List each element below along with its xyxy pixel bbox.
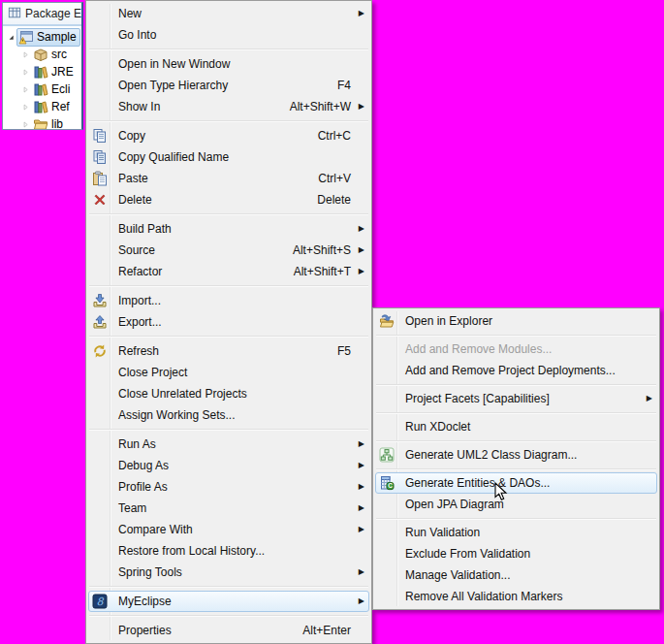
tree-item-lib[interactable]: lib xyxy=(3,115,81,130)
menu-item-restore-from-local-history[interactable]: Restore from Local History... xyxy=(88,540,369,562)
menu-item-label: Open JPA Diagram xyxy=(405,498,504,511)
import-icon xyxy=(92,293,108,308)
tree-item-label: src xyxy=(51,48,67,61)
twist-collapsed-icon[interactable] xyxy=(20,103,31,112)
menu-item-close-project[interactable]: Close Project xyxy=(88,362,369,383)
menu-item-open-in-new-window[interactable]: Open in New Window xyxy=(88,53,369,75)
submenu-arrow-icon: ▶ xyxy=(355,246,364,254)
tree-item-label: JRE xyxy=(51,65,74,79)
copy-qualified-name-icon xyxy=(92,149,108,165)
menu-item-shortcut: F5 xyxy=(337,344,353,358)
menu-item-manage-validation[interactable]: Manage Validation... xyxy=(375,564,657,586)
menu-item-shortcut: Ctrl+V xyxy=(318,172,353,185)
menu-item-team[interactable]: Team▶ xyxy=(88,498,369,519)
menu-separator xyxy=(375,515,657,522)
menu-item-copy[interactable]: CopyCtrl+C xyxy=(88,125,369,146)
tree-item-body: src xyxy=(31,46,71,64)
menu-item-add-and-remove-project-deployments[interactable]: Add and Remove Project Deployments... xyxy=(375,360,657,381)
menu-item-open-type-hierarchy[interactable]: Open Type HierarchyF4 xyxy=(88,75,369,96)
menu-item-paste[interactable]: PasteCtrl+V xyxy=(88,168,369,189)
menu-item-label: Open Type Hierarchy xyxy=(118,79,228,92)
menu-item-refresh[interactable]: RefreshF5 xyxy=(88,340,369,362)
package-explorer-icon xyxy=(8,6,21,22)
menu-item-run-xdoclet[interactable]: Run XDoclet xyxy=(375,416,657,437)
menu-item-label: Paste xyxy=(118,172,148,185)
export-icon xyxy=(92,314,108,330)
submenu-arrow-icon: ▶ xyxy=(355,10,364,17)
submenu-arrow-icon: ▶ xyxy=(643,395,652,402)
menu-separator xyxy=(88,426,369,434)
menu-item-assign-working-sets[interactable]: Assign Working Sets... xyxy=(88,404,369,426)
menu-item-refactor[interactable]: RefactorAlt+Shift+T▶ xyxy=(88,261,369,282)
menu-item-generate-entities-daos[interactable]: CGenerate Entities & DAOs... xyxy=(375,472,657,494)
package-explorer-panel: Package Ex SamplesrcJREEcliReflib xyxy=(2,2,83,130)
menu-item-open-in-explorer[interactable]: Open in Explorer xyxy=(375,310,657,332)
menu-item-label: Show In xyxy=(118,100,160,113)
twist-collapsed-icon[interactable] xyxy=(20,85,31,94)
menu-item-label: Refresh xyxy=(118,344,159,358)
menu-separator xyxy=(375,437,657,444)
menu-item-open-jpa-diagram[interactable]: Open JPA Diagram xyxy=(375,494,657,515)
menu-item-copy-qualified-name[interactable]: Copy Qualified Name xyxy=(88,146,369,168)
menu-separator xyxy=(375,332,657,338)
menu-item-show-in[interactable]: Show InAlt+Shift+W▶ xyxy=(88,96,369,117)
menu-item-run-validation[interactable]: Run Validation xyxy=(375,522,657,543)
menu-item-exclude-from-validation[interactable]: Exclude From Validation xyxy=(375,543,657,564)
menu-item-build-path[interactable]: Build Path▶ xyxy=(88,218,369,240)
menu-separator xyxy=(88,210,369,218)
submenu-arrow-icon: ▶ xyxy=(355,597,364,605)
menu-item-import[interactable]: Import... xyxy=(88,290,369,311)
menu-item-label: Source xyxy=(118,243,155,257)
twist-expanded-icon[interactable] xyxy=(6,33,16,42)
menu-item-generate-uml2-class-diagram[interactable]: Generate UML2 Class Diagram... xyxy=(375,444,657,466)
menu-item-debug-as[interactable]: Debug As▶ xyxy=(88,455,369,476)
menu-item-label: Build Path xyxy=(118,222,172,236)
menu-separator xyxy=(375,466,657,472)
tree-item-body: Ref xyxy=(31,98,74,116)
svg-text:8: 8 xyxy=(97,596,105,608)
menu-item-spring-tools[interactable]: Spring Tools▶ xyxy=(88,562,369,583)
menu-item-label: Restore from Local History... xyxy=(118,544,265,558)
submenu-arrow-icon: ▶ xyxy=(355,440,364,448)
menu-item-shortcut: Alt+Shift+T xyxy=(294,265,353,278)
open-in-explorer-icon xyxy=(379,313,395,329)
menu-item-label: Copy Qualified Name xyxy=(118,150,229,164)
twist-collapsed-icon[interactable] xyxy=(20,50,31,59)
project-context-menu: New▶Go IntoOpen in New WindowOpen Type H… xyxy=(85,0,372,644)
menu-item-export[interactable]: Export... xyxy=(88,311,369,333)
tree-item-sample[interactable]: Sample xyxy=(3,28,81,46)
myeclipse-icon: 8 xyxy=(92,594,108,609)
menu-item-myeclipse[interactable]: 8MyEclipse▶ xyxy=(88,591,369,612)
menu-item-label: Assign Working Sets... xyxy=(118,408,236,422)
menu-item-label: New xyxy=(118,7,142,20)
menu-item-close-unrelated-projects[interactable]: Close Unrelated Projects xyxy=(88,383,369,404)
tree-item-src[interactable]: src xyxy=(3,46,81,63)
menu-item-profile-as[interactable]: Profile As▶ xyxy=(88,476,369,498)
menu-item-add-and-remove-modules[interactable]: Add and Remove Modules... xyxy=(375,338,657,360)
submenu-arrow-icon: ▶ xyxy=(355,504,364,512)
menu-item-run-as[interactable]: Run As▶ xyxy=(88,434,369,455)
menu-item-project-facets-capabilities[interactable]: Project Facets [Capabilities]▶ xyxy=(375,388,657,409)
submenu-arrow-icon: ▶ xyxy=(355,526,364,533)
menu-item-label: Remove All Validation Markers xyxy=(405,590,563,603)
twist-collapsed-icon[interactable] xyxy=(20,120,31,129)
menu-item-compare-with[interactable]: Compare With▶ xyxy=(88,519,369,540)
menu-item-remove-all-validation-markers[interactable]: Remove All Validation Markers xyxy=(375,586,657,607)
menu-item-label: Spring Tools xyxy=(118,565,182,579)
menu-item-delete[interactable]: DeleteDelete xyxy=(88,189,369,210)
menu-item-label: Close Unrelated Projects xyxy=(118,387,247,401)
menu-item-label: Add and Remove Project Deployments... xyxy=(405,364,616,377)
tree-item-ecli[interactable]: Ecli xyxy=(3,80,81,98)
menu-item-properties[interactable]: PropertiesAlt+Enter xyxy=(88,620,369,641)
menu-item-new[interactable]: New▶ xyxy=(88,3,369,24)
package-explorer-header[interactable]: Package Ex xyxy=(3,3,81,26)
tree-item-label: Sample xyxy=(37,30,77,44)
menu-item-shortcut: Alt+Shift+W xyxy=(290,100,353,113)
menu-item-label: Open in Explorer xyxy=(405,314,492,328)
menu-item-source[interactable]: SourceAlt+Shift+S▶ xyxy=(88,240,369,261)
tree-item-ref[interactable]: Ref xyxy=(3,98,81,115)
menu-item-go-into[interactable]: Go Into xyxy=(88,24,369,46)
tree-item-jre[interactable]: JRE xyxy=(3,63,81,80)
twist-collapsed-icon[interactable] xyxy=(20,68,31,77)
tree-item-label: Ecli xyxy=(51,82,70,96)
